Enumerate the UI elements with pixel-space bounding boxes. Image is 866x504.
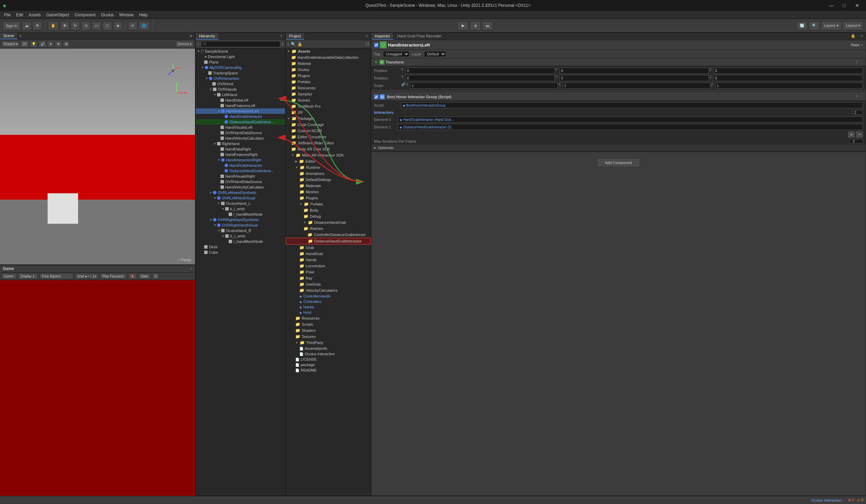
project-textures[interactable]: 📁 Textures: [286, 334, 371, 340]
pos-z[interactable]: [713, 68, 863, 74]
project-materials[interactable]: 📁 Materials: [286, 183, 371, 189]
hierarchy-handdataleft[interactable]: ▶ HandDataLeft: [196, 98, 285, 103]
play-button[interactable]: ▶: [458, 21, 468, 30]
maxiter-input[interactable]: [850, 139, 863, 144]
project-hmd[interactable]: ◈ Hmd: [286, 310, 371, 315]
inspector-lock-btn[interactable]: 🔒: [848, 33, 858, 40]
signin-button[interactable]: Sign In: [3, 21, 20, 30]
project-controllers[interactable]: ◈ Controllers: [286, 299, 371, 304]
project-usegrab[interactable]: 📁 UseGrab: [286, 281, 371, 287]
cloud-button[interactable]: ☁: [22, 21, 31, 30]
project-body[interactable]: 📁 Body: [286, 207, 371, 213]
project-grab[interactable]: 📁 Grab: [286, 245, 371, 251]
inspector-tab[interactable]: Inspector: [371, 33, 394, 40]
hierarchy-ovrinteraction[interactable]: ▼ OVRInteraction: [196, 76, 285, 81]
menu-file[interactable]: File: [1, 12, 13, 18]
rot-y[interactable]: [559, 75, 709, 81]
project-scripts[interactable]: 📁 Scripts: [286, 321, 371, 327]
hierarchy-desk[interactable]: ▶ Desk: [196, 244, 285, 250]
hierarchy-handgrabinteractor-r[interactable]: ▶ HandGrabInteractor: [196, 163, 285, 168]
scene-light-btn[interactable]: 💡: [30, 41, 38, 47]
remove-element-btn[interactable]: −: [856, 132, 863, 137]
display-dropdown[interactable]: Display 1 ▾: [18, 273, 38, 279]
scene-view[interactable]: < Persp: [0, 48, 195, 265]
collab-button[interactable]: 🔄: [797, 21, 808, 30]
project-scenes[interactable]: 📁 Scenes: [286, 97, 371, 103]
rot-z[interactable]: [713, 75, 863, 81]
hierarchy-handinteractorsleft[interactable]: ▼ HandInteractorsLeft: [196, 108, 285, 114]
hierarchy-plus-icon[interactable]: +: [197, 42, 199, 46]
step-button[interactable]: ⏭: [482, 21, 493, 30]
layout-dropdown[interactable]: Layout ▾: [843, 21, 863, 30]
project-editorcoroutines[interactable]: 📁 Editor Coroutines: [286, 134, 371, 140]
project-handgrab[interactable]: 📁 HandGrab: [286, 251, 371, 257]
element0-value[interactable]: ◈ HandGrabInteractor (Hand Grat...: [398, 116, 863, 123]
scene-gizmos-btn[interactable]: Gizmos ▾: [175, 41, 194, 47]
hand-tool[interactable]: ✋: [48, 21, 59, 30]
hierarchy-menu-btn[interactable]: ≡: [278, 33, 285, 40]
project-readme[interactable]: 📄 README: [286, 368, 371, 373]
project-tab[interactable]: Project: [286, 33, 304, 40]
scene-shading-btn[interactable]: Shaded ▾: [1, 41, 20, 47]
hierarchy-ovrrighthandvisual[interactable]: ▼ OVRRightHandVisual: [196, 222, 285, 228]
add-element-btn[interactable]: +: [848, 132, 855, 137]
scale-x[interactable]: [410, 82, 558, 89]
project-search-btn[interactable]: 🔍: [291, 42, 296, 46]
project-controllerdistance[interactable]: 📁 ControllerDistanceGrabInteract: [286, 232, 371, 238]
project-runtime[interactable]: ▼ 📁 Runtime: [286, 164, 371, 170]
project-distancehandgrabinteractor[interactable]: 📁 DistanceHandGrabInteractor: [286, 238, 371, 245]
project-distancehandgrab[interactable]: ▼ 📁 DistanceHandGrab: [286, 220, 371, 225]
project-packages-root[interactable]: ▼ 📁 Packages: [286, 115, 371, 122]
pivot-tool[interactable]: ⊙: [128, 21, 137, 30]
project-ray[interactable]: 📁 Ray: [286, 275, 371, 281]
hierarchy-oculushand-l[interactable]: ▼ OculusHand_L: [196, 201, 285, 206]
project-prefabs[interactable]: 📁 Prefabs: [286, 79, 371, 85]
hierarchy-handgrabinteractor-l[interactable]: ▶ HandGrabInteractor: [196, 114, 285, 119]
layers-dropdown[interactable]: Layers ▾: [821, 21, 842, 30]
scene-hidden-btn[interactable]: 👁: [55, 41, 62, 47]
scale-y[interactable]: [563, 82, 710, 89]
project-plugins[interactable]: 📁 Plugins: [286, 73, 371, 79]
hierarchy-cube[interactable]: ▶ Cube: [196, 250, 285, 255]
hierarchy-options-btn[interactable]: ≡: [282, 42, 284, 46]
project-samples[interactable]: 📁 Samples: [286, 91, 371, 97]
pos-y[interactable]: [559, 68, 709, 74]
project-license[interactable]: 📄 LICENSE: [286, 357, 371, 362]
project-oculus[interactable]: 📁 Oculus: [286, 67, 371, 73]
menu-component[interactable]: Component: [72, 12, 98, 18]
project-animations[interactable]: 📁 Animations: [286, 170, 371, 177]
transform-options-btn[interactable]: ⋮: [859, 60, 863, 65]
hierarchy-ovrhanddatasource-r[interactable]: ▶ OVRHandDataSource: [196, 179, 285, 184]
scene-panel-menu[interactable]: ≡: [187, 33, 195, 40]
project-metaxrcoresdk[interactable]: 📁 Meta XR Core SDK: [286, 146, 371, 152]
scene-audio-btn[interactable]: 🔊: [38, 41, 46, 47]
hierarchy-lefthand[interactable]: ▼ LeftHand: [196, 92, 285, 98]
project-package[interactable]: 📄 package: [286, 362, 371, 368]
project-shaders[interactable]: 📁 Shaders: [286, 327, 371, 334]
project-lock-btn[interactable]: 🔒: [297, 42, 302, 46]
menu-window[interactable]: Window: [116, 12, 136, 18]
project-editor[interactable]: ▶ 📁 Editor: [286, 158, 371, 164]
menu-gameobject[interactable]: GameObject: [44, 12, 72, 18]
settings-button[interactable]: ⚙: [33, 21, 42, 30]
hierarchy-directional-light[interactable]: ▶ ☀ Directional Light: [196, 54, 285, 59]
project-debug[interactable]: 📁 Debug: [286, 213, 371, 220]
hierarchy-b_r_wrist[interactable]: ▼ b_r_wrist: [196, 233, 285, 239]
handgrab-pose-tab[interactable]: Hand Grab Pose Recorder: [394, 33, 445, 40]
custom-tool[interactable]: ◈: [113, 21, 122, 30]
object-enable-checkbox[interactable]: ⬡ HandInteractorsLeft: [374, 42, 430, 48]
menu-oculus[interactable]: Oculus: [98, 12, 116, 18]
game-mode-dropdown[interactable]: Game ▾: [1, 273, 16, 279]
optionals-header[interactable]: ▶ Optionals: [371, 144, 866, 152]
pause-button[interactable]: ⏸: [470, 21, 481, 30]
project-jetbrains[interactable]: 📁 JetBrains Rider Editor: [286, 140, 371, 146]
project-hands2[interactable]: ◈ Hands: [286, 304, 371, 310]
global-tool[interactable]: 🌐: [138, 21, 149, 30]
transform-tool[interactable]: ⬡: [103, 21, 112, 30]
tag-dropdown[interactable]: Untagged: [383, 51, 409, 57]
besthover-enable[interactable]: [374, 95, 378, 99]
play-focused-btn[interactable]: Play Focused ▾: [100, 273, 127, 279]
scene-2d-btn[interactable]: 2D: [20, 41, 29, 47]
hierarchy-distancehandgrab-r[interactable]: ▶ DistanceHandGrabIntera...: [196, 168, 285, 173]
project-hands[interactable]: 📁 Hands: [286, 257, 371, 263]
